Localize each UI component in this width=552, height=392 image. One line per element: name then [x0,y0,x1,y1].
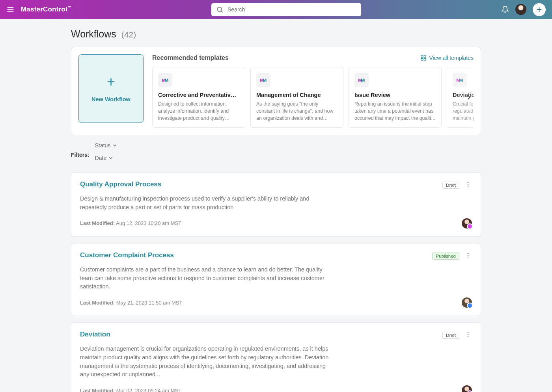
workflow-owner-avatar[interactable] [462,297,472,308]
header-actions: + [501,3,546,16]
svg-rect-8 [424,58,426,60]
svg-rect-6 [424,56,426,58]
brand-logo: MasterControl™ [21,6,71,13]
new-workflow-button[interactable]: + New Workflow [78,54,144,123]
status-badge: Published [432,253,459,260]
workflow-menu-button[interactable] [464,180,472,190]
svg-rect-7 [421,58,423,60]
template-desc: Crucial for organizations operating in r… [453,100,474,122]
workflow-title-link[interactable]: Quality Approval Process [80,180,161,188]
template-title: Corrective and Preventative A... [158,92,239,98]
chevron-down-icon [108,155,114,161]
svg-point-3 [217,7,222,11]
status-badge: Draft [442,182,459,189]
template-desc: Reporting an issue is the initial step t… [354,100,436,122]
page-title: Workflows (42) [71,28,481,40]
search-input[interactable] [228,6,356,13]
workflow-owner-avatar[interactable] [462,218,472,229]
workflow-description: Deviation management is crucial for orga… [80,345,332,379]
template-brand-icon: ᴍᴍ [158,73,172,87]
workflows-list: Quality Approval Process Draft Design & … [71,172,481,392]
template-brand-icon: ᴍᴍ [453,73,467,87]
template-title: Management of Change [256,92,338,98]
hamburger-menu-icon[interactable] [6,6,15,14]
svg-point-17 [468,336,468,337]
template-card[interactable]: ᴍᴍ Management of Change As the saying go… [250,67,343,128]
svg-point-16 [468,334,468,335]
plus-icon: + [107,75,115,89]
filters-row: Filters: Status Date [71,142,481,167]
recommended-panel: + New Workflow Recommended templates Vie… [71,47,481,135]
workflow-count: (42) [121,30,136,39]
template-brand-icon: ᴍᴍ [354,73,369,87]
workflow-modified: Last Modified: Aug 12, 2023 10:20 am MST [80,220,181,226]
workflow-description: Design & manufacturing inspection proces… [80,195,332,212]
chevron-right-icon [464,93,473,102]
status-badge: Draft [442,332,459,339]
workflow-description: Customer complaints are a part of the bu… [80,266,332,291]
main-content: Workflows (42) + New Workflow Recommende… [63,19,489,392]
carousel-next-button[interactable] [462,91,474,104]
kebab-icon [465,181,471,188]
search-container [211,3,361,16]
search-icon [216,6,224,13]
workflow-title-link[interactable]: Customer Complaint Process [80,251,174,259]
svg-point-13 [468,255,468,256]
template-desc: As the saying goes "the only constant in… [256,100,338,122]
workflow-modified: Last Modified: Mar 02, 2023 09:24 am MST [80,388,181,392]
chevron-down-icon [112,143,117,148]
template-card[interactable]: ᴍᴍ Issue Review Reporting an issue is th… [349,67,442,128]
recommended-heading: Recommended templates [152,54,229,61]
kebab-icon [465,252,471,258]
global-create-button[interactable]: + [533,3,546,16]
workflow-menu-button[interactable] [464,251,472,261]
workflow-card: Quality Approval Process Draft Design & … [71,172,481,237]
workflow-card: Customer Complaint Process Published Cus… [71,243,481,316]
workflow-card: Deviation Draft Deviation management is … [71,322,481,392]
svg-point-15 [468,332,468,333]
kebab-icon [465,331,471,338]
svg-point-11 [468,186,468,187]
workflow-menu-button[interactable] [464,331,472,340]
workflow-owner-avatar[interactable] [462,385,472,392]
filter-date[interactable]: Date [95,155,118,161]
view-all-templates-link[interactable]: View all templates [420,55,474,61]
notifications-icon[interactable] [501,6,509,13]
workflow-title-link[interactable]: Deviation [80,331,110,338]
template-title: Issue Review [354,92,436,98]
filters-label: Filters: [71,152,90,158]
workflow-modified: Last Modified: May 21, 2023 11:50 am MST [80,300,182,306]
svg-line-4 [221,11,223,13]
filter-status[interactable]: Status [95,142,118,149]
svg-point-9 [468,182,468,183]
svg-point-10 [468,184,468,185]
svg-rect-5 [421,56,423,58]
app-header: MasterControl™ + [0,0,552,19]
user-avatar[interactable] [515,4,526,15]
template-card[interactable]: ᴍᴍ Corrective and Preventative A... Desi… [152,67,245,128]
template-desc: Designed to collect information, analyze… [158,100,239,122]
svg-point-14 [468,256,468,257]
svg-point-12 [468,253,468,254]
template-brand-icon: ᴍᴍ [256,73,270,87]
grid-icon [420,55,427,61]
template-carousel: ᴍᴍ Corrective and Preventative A... Desi… [152,67,474,128]
